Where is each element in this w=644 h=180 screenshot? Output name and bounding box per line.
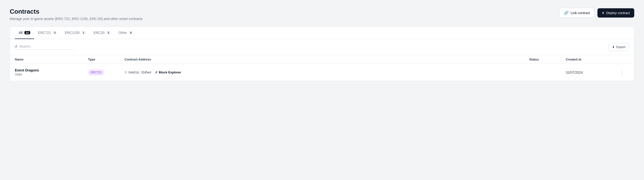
plus-icon: + <box>602 11 604 15</box>
search-input[interactable] <box>19 44 73 48</box>
tab-other[interactable]: Other 6 <box>114 27 137 39</box>
main-card: All 12 ERC721 3 ERC1155 1 ERC20 2 Other … <box>10 26 634 81</box>
tab-erc721-label: ERC721 <box>38 31 51 35</box>
link-icon: 🔗 <box>564 10 569 15</box>
cell-type: ERC721 <box>88 70 124 75</box>
header-left: Contracts Manage your in-game assets (ER… <box>10 8 142 21</box>
col-header-created: Created at <box>566 58 614 61</box>
deploy-contract-button[interactable]: + Deploy contract <box>598 8 634 18</box>
contract-address-text: 0xb01d...f2d5e4 <box>128 70 151 74</box>
tab-all-badge: 12 <box>24 31 30 34</box>
link-contract-button[interactable]: 🔗 Link contract <box>559 8 594 18</box>
tab-erc721[interactable]: ERC721 3 <box>34 27 61 39</box>
block-explorer-label: Block Explorer <box>159 70 181 74</box>
col-header-address: Contract Address <box>124 58 529 61</box>
tab-erc20-label: ERC20 <box>94 31 104 35</box>
tab-erc20-badge: 2 <box>106 31 111 34</box>
export-button[interactable]: ⬇ Export <box>608 43 629 51</box>
tab-erc1155[interactable]: ERC1155 1 <box>61 27 90 39</box>
contract-name: Event Dragons <box>15 68 88 72</box>
tab-erc1155-badge: 1 <box>82 31 86 34</box>
page-subtitle: Manage your in-game assets (ERC-721, ERC… <box>10 17 142 21</box>
contract-sub: SMN <box>15 73 88 76</box>
table-container: Name Type Contract Address Status Create… <box>10 55 634 81</box>
cell-created-at: 31/07/2024 <box>566 70 614 75</box>
created-at-value: 31/07/2024 <box>566 70 583 74</box>
search-wrapper: ☌ <box>15 44 73 50</box>
col-header-actions <box>614 58 629 61</box>
page-header: Contracts Manage your in-game assets (ER… <box>10 8 634 21</box>
page-title: Contracts <box>10 8 142 15</box>
block-explorer-link[interactable]: ↗ Block Explorer <box>154 70 181 74</box>
tab-erc20[interactable]: ERC20 2 <box>90 27 114 39</box>
table-header-row: Name Type Contract Address Status Create… <box>10 55 634 64</box>
cell-more: ⋮ <box>614 70 629 75</box>
link-contract-label: Link contract <box>571 11 590 15</box>
copy-icon[interactable]: ⧉ <box>124 70 127 74</box>
tab-other-badge: 6 <box>129 31 133 34</box>
header-buttons: 🔗 Link contract + Deploy contract <box>559 8 634 18</box>
tab-all-label: All <box>19 31 23 35</box>
deploy-contract-label: Deploy contract <box>606 11 630 15</box>
address-copy: ⧉ 0xb01d...f2d5e4 <box>124 70 151 74</box>
tab-erc1155-label: ERC1155 <box>65 31 80 35</box>
tab-other-label: Other <box>118 31 127 35</box>
search-icon: ☌ <box>15 44 17 48</box>
tabs-row: All 12 ERC721 3 ERC1155 1 ERC20 2 Other … <box>10 27 634 39</box>
type-badge: ERC721 <box>88 70 104 75</box>
export-label: Export <box>616 45 626 49</box>
download-icon: ⬇ <box>612 45 615 49</box>
col-header-status: Status <box>529 58 566 61</box>
cell-name: Event Dragons SMN <box>15 68 88 76</box>
cell-address: ⧉ 0xb01d...f2d5e4 ↗ Block Explorer <box>124 70 529 74</box>
external-link-icon: ↗ <box>154 70 158 74</box>
tab-all[interactable]: All 12 <box>15 27 34 39</box>
table-row: Event Dragons SMN ERC721 ⧉ 0xb01d...f2d5… <box>10 64 634 81</box>
tab-erc721-badge: 3 <box>53 31 57 34</box>
more-options-button[interactable]: ⋮ <box>614 70 629 75</box>
toolbar-row: ☌ ⬇ Export <box>10 39 634 55</box>
col-header-name: Name <box>15 58 88 61</box>
col-header-type: Type <box>88 58 124 61</box>
